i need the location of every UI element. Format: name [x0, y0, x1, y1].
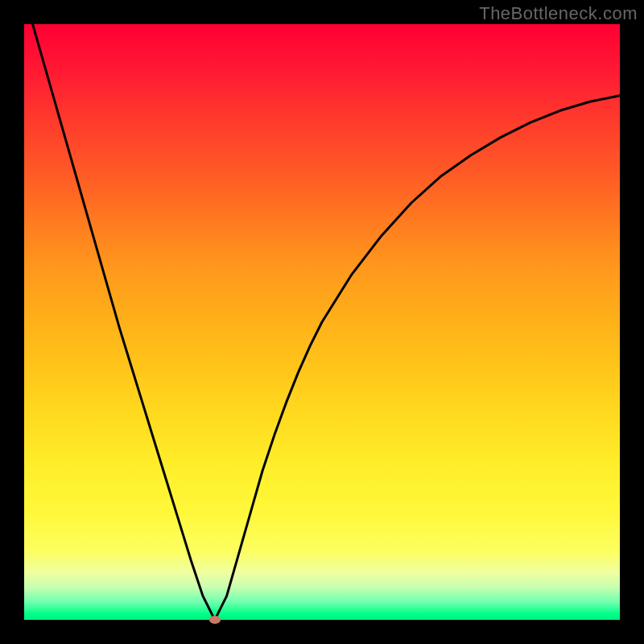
- chart-frame: TheBottleneck.com: [0, 0, 644, 644]
- curve-svg: [24, 24, 620, 620]
- minimum-marker: [209, 616, 221, 624]
- bottleneck-curve: [24, 24, 620, 620]
- watermark-text: TheBottleneck.com: [479, 3, 638, 24]
- plot-area: [24, 24, 620, 620]
